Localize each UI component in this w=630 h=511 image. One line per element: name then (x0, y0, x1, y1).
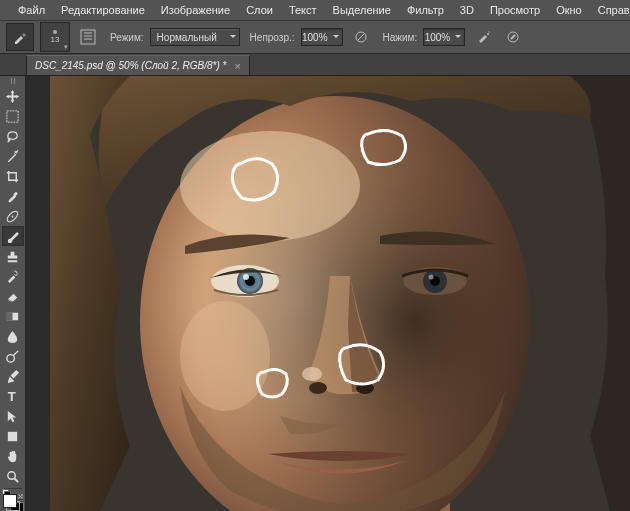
crop-tool[interactable] (2, 166, 24, 186)
gradient-icon (5, 309, 20, 324)
zoom-icon (5, 469, 20, 484)
menu-text[interactable]: Текст (281, 2, 325, 18)
panel-grip-icon[interactable] (2, 78, 24, 84)
magic-wand-tool[interactable] (2, 146, 24, 166)
swap-colors-icon[interactable]: ⤭ (17, 492, 24, 501)
menu-view[interactable]: Просмотр (482, 2, 548, 18)
canvas-area[interactable] (26, 76, 630, 511)
svg-point-4 (487, 33, 489, 35)
menu-window[interactable]: Окно (548, 2, 590, 18)
hbrush-icon (5, 269, 20, 284)
size-pressure-toggle[interactable] (501, 25, 525, 49)
chevron-down-icon: ▾ (64, 43, 68, 51)
svg-point-10 (12, 215, 14, 217)
svg-rect-12 (7, 312, 13, 320)
svg-point-5 (489, 31, 490, 32)
zoom-tool[interactable] (2, 466, 24, 486)
flow-input[interactable]: 100% (423, 28, 465, 46)
healing-brush-tool[interactable] (2, 206, 24, 226)
opacity-pressure-toggle[interactable] (349, 25, 373, 49)
blur-tool[interactable] (2, 326, 24, 346)
menu-file[interactable]: Файл (10, 2, 53, 18)
document-title: DSC_2145.psd @ 50% (Слой 2, RGB/8*) * (35, 60, 226, 71)
menu-help[interactable]: Справка (590, 2, 630, 18)
crop-icon (5, 169, 20, 184)
flow-label: Нажим: (383, 32, 418, 43)
svg-point-13 (7, 354, 15, 362)
pen-tool[interactable] (2, 366, 24, 386)
type-icon: T (5, 389, 20, 404)
menu-bar: Ps Файл Редактирование Изображение Слои … (0, 0, 630, 20)
stamp-icon (5, 249, 20, 264)
menu-edit[interactable]: Редактирование (53, 2, 153, 18)
document-tab-bar: DSC_2145.psd @ 50% (Слой 2, RGB/8*) * × (0, 54, 630, 76)
menu-image[interactable]: Изображение (153, 2, 238, 18)
workspace: T ⤭ (0, 76, 630, 511)
dodge-tool[interactable] (2, 346, 24, 366)
path-select-tool[interactable] (2, 406, 24, 426)
stamp-tool[interactable] (2, 246, 24, 266)
pathsel-icon (5, 409, 20, 424)
pen-icon (5, 369, 20, 384)
color-swatches[interactable]: ⤭ (2, 492, 24, 497)
marquee-icon (5, 109, 20, 124)
mode-label: Режим: (110, 32, 144, 43)
eyedrop-icon (5, 189, 20, 204)
svg-rect-7 (7, 110, 18, 121)
history-brush-tool[interactable] (2, 266, 24, 286)
opacity-input[interactable]: 100% (301, 28, 343, 46)
svg-rect-2 (81, 30, 95, 44)
move-tool[interactable] (2, 86, 24, 106)
menu-select[interactable]: Выделение (325, 2, 399, 18)
marquee-tool[interactable] (2, 106, 24, 126)
type-tool[interactable]: T (2, 386, 24, 406)
svg-point-16 (8, 471, 16, 479)
brush-tool[interactable] (2, 226, 24, 246)
wand-icon (5, 149, 20, 164)
menu-3d[interactable]: 3D (452, 2, 482, 18)
brush-preset-picker[interactable]: 13 ▾ (40, 22, 70, 52)
eraser-tool[interactable] (2, 286, 24, 306)
blur-icon (5, 329, 20, 344)
brush-panel-toggle[interactable] (76, 25, 100, 49)
bandaid-icon (5, 209, 20, 224)
hand-icon (5, 449, 20, 464)
eyedropper-tool[interactable] (2, 186, 24, 206)
shape-icon (5, 429, 20, 444)
airbrush-toggle[interactable] (471, 25, 495, 49)
dodge-icon (5, 349, 20, 364)
brush-dot-icon (53, 30, 57, 34)
options-bar: 13 ▾ Режим: Нормальный Непрозр.: 100% На… (0, 20, 630, 54)
opacity-value: 100% (302, 32, 328, 43)
lasso-tool[interactable] (2, 126, 24, 146)
blend-mode-dropdown[interactable]: Нормальный (150, 28, 240, 46)
menu-filter[interactable]: Фильтр (399, 2, 452, 18)
gradient-tool[interactable] (2, 306, 24, 326)
document-tab[interactable]: DSC_2145.psd @ 50% (Слой 2, RGB/8*) * × (26, 55, 250, 75)
shape-tool[interactable] (2, 426, 24, 446)
blend-mode-value: Нормальный (157, 32, 217, 43)
eraser-icon (5, 289, 20, 304)
menu-layers[interactable]: Слои (238, 2, 281, 18)
lasso-icon (5, 129, 20, 144)
tools-panel: T ⤭ (0, 76, 26, 511)
svg-rect-15 (8, 431, 17, 440)
brush-icon (5, 229, 20, 244)
annotation-overlay (50, 76, 630, 511)
opacity-label: Непрозр.: (250, 32, 295, 43)
close-tab-icon[interactable]: × (234, 60, 240, 72)
foreground-color-swatch[interactable] (3, 494, 17, 508)
brush-size-readout: 13 (51, 35, 60, 44)
hand-tool[interactable] (2, 446, 24, 466)
tool-preset-picker[interactable] (6, 23, 34, 51)
move-icon (5, 89, 20, 104)
flow-value: 100% (425, 32, 451, 43)
svg-text:T: T (8, 389, 16, 404)
